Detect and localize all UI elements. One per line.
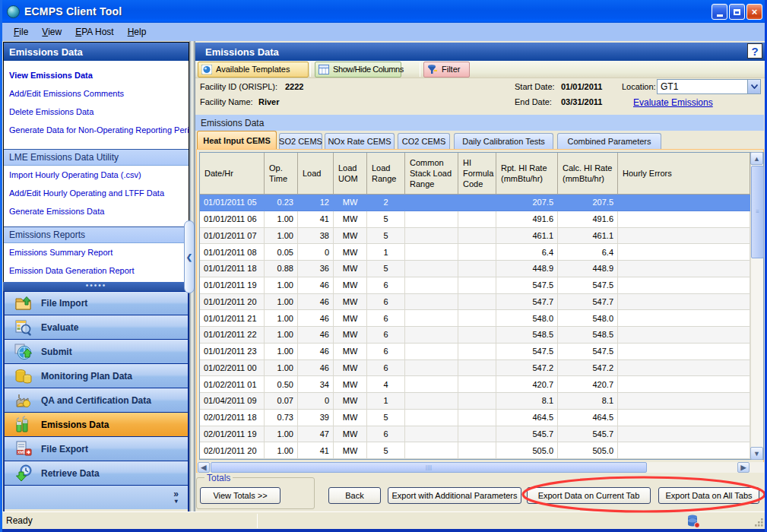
cell: 34 (298, 376, 334, 393)
scroll-up-button[interactable]: ▲ (750, 152, 763, 165)
start-date-value: 01/01/2011 (561, 82, 602, 91)
help-button[interactable]: ? (747, 43, 762, 59)
menu-help[interactable]: Help (121, 27, 154, 37)
cell: MW (334, 211, 367, 228)
column-header-load-uom[interactable]: Load UOM (334, 153, 367, 194)
main-title: Emissions Data ? (195, 43, 765, 61)
vertical-scroll-thumb[interactable]: ≡ (751, 166, 764, 258)
scroll-left-button[interactable]: ◀ (198, 462, 210, 473)
cell: 547.2 (558, 360, 618, 377)
table-row-14[interactable]: 02/01/2011 191.0047MW6545.7545.7 (200, 426, 763, 443)
table-row-2[interactable]: 01/01/2011 071.0038MW5461.1461.1 (200, 228, 763, 245)
cell: 01/01/2011 23 (200, 344, 265, 360)
nav-retrieve-data[interactable]: Retrieve Data (5, 461, 188, 486)
table-row-0[interactable]: 01/01/2011 050.2312MW2207.5207.5 (200, 195, 763, 211)
table-row-10[interactable]: 01/02/2011 001.0046MW6547.2547.2 (200, 360, 763, 377)
export-with-additional-parameters-button[interactable]: Export with Additional Parameters (388, 487, 521, 504)
cell: 6 (367, 360, 405, 377)
sidebar-link-emission-data-generation-report[interactable]: Emission Data Generation Report (4, 261, 189, 280)
cell: 1.00 (265, 360, 298, 377)
menu-epa-host[interactable]: EPA Host (68, 27, 120, 37)
table-row-5[interactable]: 01/01/2011 191.0046MW6547.5547.5 (200, 277, 763, 294)
tab-nox-rate-cems[interactable]: NOx Rate CEMS (325, 133, 395, 149)
sidebar-link-emissions-summary-report[interactable]: Emissions Summary Report (4, 243, 189, 261)
table-row-15[interactable]: 02/01/2011 201.0041MW5505.0505.0 (200, 442, 763, 459)
sidebar-link-generate-emissions-data[interactable]: Generate Emissions Data (4, 202, 189, 220)
scroll-right-button[interactable]: ▶ (737, 462, 750, 473)
cell: 548.0 (496, 310, 558, 327)
nav-file-import[interactable]: File Import (5, 291, 188, 315)
tab-co2-cems[interactable]: CO2 CEMS (398, 133, 450, 149)
horizontal-scrollbar[interactable]: ◀ |||| ▶ (198, 462, 764, 473)
table-row-12[interactable]: 01/04/2011 090.070MW18.18.1 (200, 393, 763, 410)
vertical-scrollbar[interactable]: ▲ ≡ ▼ (750, 153, 763, 459)
sidebar-link-delete-emissions-data[interactable]: Delete Emissions Data (4, 103, 189, 121)
column-header-calc-hi-rate-mmbtu-hr-[interactable]: Calc. HI Rate (mmBtu/hr) (558, 153, 618, 194)
column-header-common-stack-load-range[interactable]: Common Stack Load Range (405, 153, 458, 194)
cell (618, 228, 750, 245)
show-hide-columns-button[interactable]: Show/Hide Columns (315, 62, 401, 78)
collapse-sidebar-handle[interactable]: ❮ (184, 220, 195, 293)
facility-id-label: Facility ID (ORISPL): (200, 82, 277, 91)
nav-qa-and-certification-data[interactable]: QA and Certification Data (5, 388, 188, 413)
sidebar-link-generate-data-for-non-operating-reportin[interactable]: Generate Data for Non-Operating Reportin… (4, 121, 189, 139)
column-header-load[interactable]: Load (298, 153, 334, 194)
table-row-4[interactable]: 01/01/2011 180.8836MW5448.9448.9 (200, 261, 763, 277)
export-data-on-current-tab-button[interactable]: Export Data on Current Tab (527, 487, 651, 504)
sidebar-link-view-emissions-data[interactable]: View Emissions Data (4, 66, 189, 84)
nav-emissions-data[interactable]: Emissions Data (5, 413, 188, 437)
chevron-down-icon[interactable] (747, 80, 760, 93)
table-row-11[interactable]: 01/02/2011 010.5034MW4420.7420.7 (200, 376, 763, 393)
cell: 420.7 (558, 376, 618, 393)
tab-so2-cems[interactable]: SO2 CEMS (279, 133, 322, 149)
column-header-rpt-hi-rate-mmbtu-hr-[interactable]: Rpt. HI Rate (mmBtu/hr) (496, 153, 558, 194)
column-header-date-hr[interactable]: Date/Hr (200, 153, 265, 194)
column-header-op-time[interactable]: Op. Time (265, 153, 298, 194)
nav-file-export[interactable]: XMLFile Export (5, 437, 188, 461)
menu-file[interactable]: File (7, 27, 35, 37)
sidebar-link-add-edit-hourly-operating-and-ltff-data[interactable]: Add/Edit Hourly Operating and LTFF Data (4, 184, 189, 202)
evaluate-emissions-link[interactable]: Evaluate Emissions (633, 97, 713, 108)
resize-grip[interactable] (754, 518, 764, 527)
cell: 1.00 (265, 426, 298, 443)
location-dropdown[interactable]: GT1 (657, 79, 761, 94)
table-row-1[interactable]: 01/01/2011 061.0041MW5491.6491.6 (200, 211, 763, 228)
view-totals-button[interactable]: View Totals >> (200, 487, 280, 504)
column-header-load-range[interactable]: Load Range (367, 153, 405, 194)
table-row-6[interactable]: 01/01/2011 201.0046MW6547.7547.7 (200, 294, 763, 311)
cell: 6.4 (558, 244, 618, 261)
nav-evaluate[interactable]: Evaluate (5, 315, 188, 340)
nav-overflow-chevron[interactable]: »▾ (5, 486, 188, 509)
table-row-13[interactable]: 02/01/2011 180.7339MW5464.5464.5 (200, 410, 763, 426)
filter-button[interactable]: Filter (423, 62, 470, 78)
scroll-down-button[interactable]: ▼ (750, 447, 763, 460)
cell: 5 (367, 211, 405, 228)
sidebar-link-import-hourly-operating-data-csv-[interactable]: Import Hourly Operating Data (.csv) (4, 166, 189, 184)
back-button[interactable]: Back (328, 487, 381, 504)
minimize-button[interactable] (712, 4, 727, 20)
tab-heat-input-cems[interactable]: Heat Input CEMS (197, 131, 277, 149)
cell: MW (334, 195, 367, 211)
table-row-9[interactable]: 01/01/2011 231.0046MW6547.5547.5 (200, 344, 763, 360)
cell: 8.1 (496, 393, 558, 410)
restore-button[interactable] (729, 4, 745, 20)
close-button[interactable]: × (746, 4, 762, 20)
table-row-8[interactable]: 01/01/2011 221.0046MW6548.5548.5 (200, 327, 763, 344)
column-header-hourly-errors[interactable]: Hourly Errors (618, 153, 750, 194)
available-templates-button[interactable]: Available Templates (198, 62, 309, 78)
menu-view[interactable]: View (35, 27, 68, 37)
table-row-3[interactable]: 01/01/2011 080.050MW16.46.4 (200, 244, 763, 261)
cell: 545.7 (558, 426, 618, 443)
table-row-7[interactable]: 01/01/2011 211.0046MW6548.0548.0 (200, 310, 763, 327)
cell: 02/01/2011 18 (200, 410, 265, 426)
sidebar-splitter[interactable]: ••••• (3, 282, 189, 291)
export-data-on-all-tabs-button[interactable]: Export Data on All Tabs (658, 487, 759, 504)
nav-submit[interactable]: Submit (5, 340, 188, 364)
column-header-hi-formula-code[interactable]: HI Formula Code (458, 153, 496, 194)
tab-daily-calibration-tests[interactable]: Daily Calibration Tests (454, 133, 553, 149)
sidebar-link-add-edit-emissions-comments[interactable]: Add/Edit Emissions Comments (4, 84, 189, 103)
nav-monitoring-plan-data[interactable]: Monitoring Plan Data (5, 364, 188, 388)
tab-combined-parameters[interactable]: Combined Parameters (557, 133, 661, 149)
horizontal-scroll-thumb[interactable]: |||| (211, 462, 647, 473)
cell: 46 (298, 360, 334, 377)
